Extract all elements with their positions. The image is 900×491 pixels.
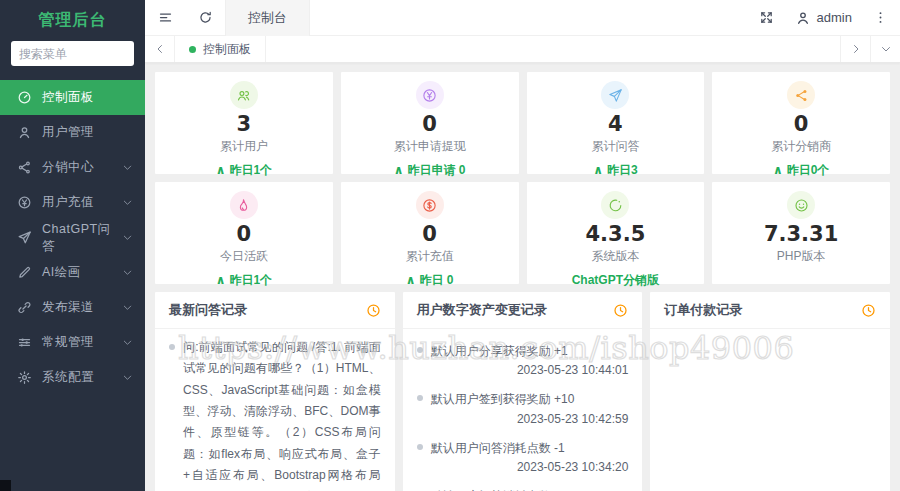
nodes-icon (787, 81, 815, 109)
share-icon (17, 160, 32, 175)
caret-up-icon: ∧ (406, 273, 416, 287)
username: admin (817, 10, 852, 25)
list-bullet (417, 444, 423, 450)
sidebar-item-users[interactable]: 用户管理 (0, 115, 145, 150)
user-menu[interactable]: admin (787, 0, 860, 36)
list-bullet (417, 395, 423, 401)
sidebar-item-ai-paint[interactable]: AI绘画 (0, 255, 145, 290)
tabs-scroll-right-button[interactable] (840, 36, 870, 62)
sidebar-item-recharge[interactable]: 用户充值 (0, 185, 145, 220)
stat-trend: ∧昨日1个 (155, 162, 333, 179)
record-timestamp: 2023-05-23 10:44:01 (517, 361, 628, 380)
sidebar-item-chatgpt-qa[interactable]: ChatGPT问答 (0, 220, 145, 255)
stat-trend: ChatGPT分销版 (527, 272, 705, 289)
stat-trend: ∧昨日 0 (341, 272, 519, 289)
stat-label: 累计申请提现 (341, 138, 519, 155)
stat-label: PHP版本 (712, 248, 890, 265)
sidebar-menu: 控制面板 用户管理 分销中心 用户充值 ChatGPT问答 AI绘画 (0, 80, 145, 395)
sidebar-item-label: 发布渠道 (42, 299, 122, 316)
page-tab-label: 控制面板 (203, 41, 251, 58)
topbar-tab-label: 控制台 (248, 9, 287, 27)
tools-icon (17, 335, 32, 350)
sidebar-item-general-manage[interactable]: 常规管理 (0, 325, 145, 360)
paint-icon (17, 265, 32, 280)
asset-record-row: 默认用户分享获得奖励 +12023-05-23 10:44:01 (417, 337, 629, 385)
asset-record-row: 默认用户问答消耗点数 -12023-05-23 10:34:20 (417, 434, 629, 482)
stat-label: 累计充值 (341, 248, 519, 265)
stat-card-system-version: 4.3.5 系统版本 ChatGPT分销版 (527, 182, 705, 284)
panel-asset-changes: 用户数字资产变更记录 默认用户分享获得奖励 +12023-05-23 10:44… (403, 292, 643, 491)
sidebar-item-label: 用户管理 (42, 124, 133, 141)
stats-row-1: 3 累计用户 ∧昨日1个 0 累计申请提现 ∧昨日申请 0 4 累计问答 ∧昨日… (155, 72, 890, 174)
stat-value: 0 (341, 222, 519, 246)
chevron-down-icon (122, 267, 133, 278)
fullscreen-icon (759, 10, 774, 25)
menu-search-input[interactable] (11, 41, 134, 66)
stat-value: 4.3.5 (527, 222, 705, 246)
sidebar-item-label: 常规管理 (42, 334, 122, 351)
sidebar-toggle-button[interactable] (145, 0, 185, 36)
menu-search (0, 39, 145, 74)
stat-label: 今日活跃 (155, 248, 333, 265)
clock-icon[interactable] (613, 303, 628, 318)
tabs-scroll-left-button[interactable] (145, 36, 175, 62)
asset-record-row: 默认用户问答消耗点数 -12023-05-23 10:28:14 (417, 482, 629, 491)
panel-body-empty (650, 329, 890, 337)
kebab-icon (873, 10, 888, 25)
send-icon (601, 81, 629, 109)
topbar-tab-console[interactable]: 控制台 (225, 0, 310, 36)
chevron-right-icon (850, 43, 862, 55)
tabs-menu-button[interactable] (870, 36, 900, 62)
panel-body: 默认用户分享获得奖励 +12023-05-23 10:44:01 默认用户签到获… (403, 329, 643, 491)
panel-header: 用户数字资产变更记录 (403, 292, 643, 329)
sidebar-item-distribution[interactable]: 分销中心 (0, 150, 145, 185)
panel-order-payments: 订单付款记录 (650, 292, 890, 491)
panel-title: 用户数字资产变更记录 (417, 301, 547, 319)
stat-trend: ∧昨日申请 0 (341, 162, 519, 179)
dashboard-content: 3 累计用户 ∧昨日1个 0 累计申请提现 ∧昨日申请 0 4 累计问答 ∧昨日… (145, 64, 900, 491)
list-bullet (417, 347, 423, 353)
stat-value: 0 (341, 112, 519, 136)
stat-label: 累计分销商 (712, 138, 890, 155)
qa-record-text: 问:前端面试常见的问题 /答:1. 前端面试常见的问题有哪些？（1）HTML、C… (183, 337, 381, 491)
sidebar-item-label: 分销中心 (42, 159, 122, 176)
menu-toggle-icon (158, 10, 173, 25)
list-bullet (169, 344, 175, 350)
user-avatar-icon (795, 10, 811, 26)
caret-up-icon: ∧ (394, 163, 404, 177)
clock-icon[interactable] (861, 303, 876, 318)
chevron-down-icon (122, 162, 133, 173)
gear-icon (17, 370, 32, 385)
fullscreen-button[interactable] (747, 0, 787, 36)
stat-label: 系统版本 (527, 248, 705, 265)
page-tabs-bar: 控制面板 (145, 36, 900, 63)
asset-record-row: 默认用户签到获得奖励 +102023-05-23 10:42:59 (417, 385, 629, 433)
sidebar: 管理后台 控制面板 用户管理 分销中心 用户充值 ChatGPT问答 (0, 0, 145, 491)
dashboard-icon (17, 90, 32, 105)
stat-label: 累计用户 (155, 138, 333, 155)
panel-header: 订单付款记录 (650, 292, 890, 329)
panel-body: 问:前端面试常见的问题 /答:1. 前端面试常见的问题有哪些？（1）HTML、C… (155, 329, 395, 491)
record-panels: 最新问答记录 问:前端面试常见的问题 /答:1. 前端面试常见的问题有哪些？（1… (155, 292, 890, 491)
sidebar-item-system-config[interactable]: 系统配置 (0, 360, 145, 395)
loader-icon (601, 191, 629, 219)
sidebar-item-publish-channel[interactable]: 发布渠道 (0, 290, 145, 325)
refresh-button[interactable] (185, 0, 225, 36)
stat-value: 7.3.31 (712, 222, 890, 246)
more-options-button[interactable] (860, 0, 900, 36)
user-icon (17, 125, 32, 140)
stat-card-total-recharge: 0 累计充值 ∧昨日 0 (341, 182, 519, 284)
stat-value: 0 (712, 112, 890, 136)
chevron-left-icon (154, 43, 166, 55)
active-tab-dot (189, 46, 196, 53)
stat-card-php-version: 7.3.31 PHP版本 (712, 182, 890, 284)
stat-trend: ∧昨日0个 (712, 162, 890, 179)
sidebar-corner (0, 480, 11, 491)
clock-icon[interactable] (366, 303, 381, 318)
page-tab-dashboard[interactable]: 控制面板 (175, 36, 266, 62)
app-logo: 管理后台 (0, 0, 145, 39)
sidebar-item-dashboard[interactable]: 控制面板 (0, 80, 145, 115)
stat-value: 3 (155, 112, 333, 136)
chevron-down-icon (122, 337, 133, 348)
caret-up-icon: ∧ (773, 163, 783, 177)
